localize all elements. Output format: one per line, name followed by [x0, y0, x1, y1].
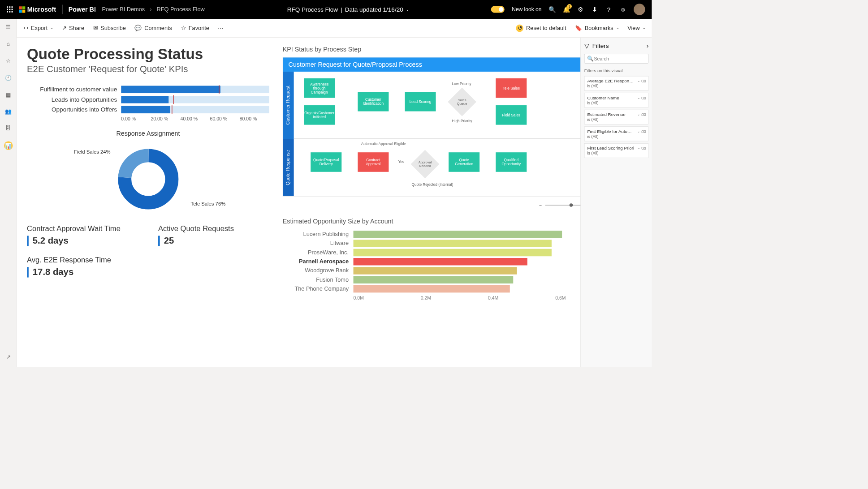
clear-filter-icon[interactable]: ⌫: [641, 96, 646, 100]
chevron-down-icon[interactable]: ⌄: [637, 113, 640, 116]
export-icon: ↦: [24, 25, 29, 32]
subscribe-button[interactable]: ✉Subscribe: [93, 25, 126, 32]
filters-header: ▽ Filters ›: [584, 43, 648, 50]
chevron-down-icon: ⌄: [643, 26, 645, 30]
flow-decision[interactable]: Approval Needed: [411, 150, 440, 179]
flow-edge-label: Automatic Approval Eligible: [361, 142, 406, 146]
zoom-out-button[interactable]: −: [539, 202, 542, 208]
filter-search[interactable]: 🔍: [584, 54, 648, 64]
bar-label: Parnell Aerospace: [283, 258, 354, 265]
chevron-down-icon: ⌄: [406, 8, 409, 11]
filter-value: is (All): [587, 134, 598, 139]
flow-node[interactable]: Lead Scoring: [405, 92, 436, 112]
zoom-slider[interactable]: [545, 205, 580, 206]
home-icon[interactable]: ⌂: [4, 40, 12, 48]
flow-decision[interactable]: Sales Queue: [448, 88, 476, 116]
left-nav: ☰ ⌂ ☆ 🕘 ▦ 👥 🗄 📊 ↗: [0, 19, 17, 367]
flow-node[interactable]: Awareness through Campaign: [304, 78, 335, 98]
clear-filter-icon[interactable]: ⌫: [641, 146, 646, 151]
comments-button[interactable]: 💬Comments: [134, 25, 172, 32]
bar-label: Fusion Tomo: [283, 276, 354, 283]
kpi-value: 5.2 days: [27, 236, 138, 246]
chevron-down-icon[interactable]: ⌄: [637, 146, 640, 150]
apps-icon[interactable]: ▦: [4, 91, 12, 99]
filter-section-title: Filters on this visual: [584, 68, 648, 73]
collapse-icon[interactable]: ›: [647, 43, 649, 50]
app-launcher-icon[interactable]: [7, 6, 13, 13]
help-icon[interactable]: ?: [605, 6, 612, 13]
share-button[interactable]: ↗Share: [62, 25, 85, 32]
product-label[interactable]: Power BI: [69, 6, 96, 13]
avatar[interactable]: [634, 4, 645, 15]
data-updated-label: Data updated 1/16/20: [345, 6, 403, 13]
more-button[interactable]: ⋯: [218, 25, 224, 32]
bar-label: Woodgrove Bank: [283, 267, 354, 274]
notification-badge: 1: [567, 4, 572, 9]
recent-icon[interactable]: 🕘: [4, 74, 12, 82]
notifications-icon[interactable]: 🔔1: [563, 6, 570, 13]
flow-node[interactable]: Field Sales: [496, 105, 527, 125]
expand-icon[interactable]: ↗: [4, 353, 12, 361]
download-icon[interactable]: ⬇: [592, 6, 598, 13]
clear-filter-icon[interactable]: ⌫: [641, 79, 646, 83]
bar: [354, 258, 527, 266]
current-report-icon[interactable]: 📊: [4, 141, 13, 150]
favorite-button[interactable]: ☆Favorite: [181, 25, 209, 32]
flow-node[interactable]: Tele Sales: [496, 78, 527, 98]
flow-edge-label: Quote Rejected (Internal): [411, 183, 453, 187]
clear-filter-icon[interactable]: ⌫: [641, 129, 646, 134]
visual-header: 📌 ▽ ⛶ ⋯: [283, 209, 581, 218]
filter-name: Average E2E Response T: [587, 78, 634, 83]
divider: |: [341, 6, 342, 13]
flow-edge-label: High Priority: [452, 119, 472, 123]
menu-icon[interactable]: ☰: [4, 24, 12, 31]
chevron-down-icon[interactable]: ⌄: [637, 79, 640, 82]
filter-card[interactable]: First Eligible for Automatis (All)⌄⌫: [584, 126, 648, 141]
filter-value: is (All): [587, 101, 598, 106]
filter-card[interactable]: Estimated Revenueis (All)⌄⌫: [584, 110, 648, 124]
swimlane: Awareness through Campaign Organic/Custo…: [294, 72, 581, 139]
new-look-toggle[interactable]: [491, 6, 505, 13]
flow-node[interactable]: Quote Generation: [449, 152, 479, 172]
filter-name: First Eligible for Automat: [587, 129, 634, 134]
zoom-controls: − + 77% ⊞ ⊕: [283, 201, 581, 209]
filter-name: Estimated Revenue: [587, 112, 634, 117]
x-axis: 0.00 %20.00 %40.00 %60.00 %80.00 %: [121, 116, 269, 121]
filter-card[interactable]: Average E2E Response Tis (All)⌄⌫: [584, 76, 648, 91]
search-icon[interactable]: 🔍: [549, 6, 556, 13]
chevron-down-icon: ⌄: [50, 26, 53, 30]
search-input[interactable]: [594, 56, 646, 61]
filter-name: Customer Name: [587, 95, 634, 100]
feedback-icon[interactable]: ☺: [620, 6, 626, 13]
chevron-down-icon[interactable]: ⌄: [637, 96, 640, 99]
settings-icon[interactable]: ⚙: [577, 6, 584, 13]
bar: [354, 249, 552, 257]
filters-title: Filters: [592, 43, 609, 50]
bar-label: Opportunities into Offers: [27, 106, 121, 113]
favorites-icon[interactable]: ☆: [4, 57, 12, 65]
workspaces-icon[interactable]: 🗄: [4, 124, 12, 132]
shared-icon[interactable]: 👥: [4, 107, 12, 115]
breadcrumb-item[interactable]: Power BI Demos: [102, 6, 145, 13]
process-flow-visual[interactable]: Customer Request for Quote/Proposal Proc…: [283, 57, 581, 197]
reset-button[interactable]: ↺Reset to default: [516, 24, 566, 32]
flow-node[interactable]: Organic/Customer Initiated: [304, 105, 335, 125]
chevron-down-icon[interactable]: ⌄: [637, 129, 640, 133]
flow-node[interactable]: Qualified Opportunity: [496, 152, 527, 172]
bookmarks-button[interactable]: 🔖Bookmarks⌄: [575, 24, 619, 32]
export-button[interactable]: ↦Export⌄: [24, 25, 53, 32]
filter-value: is (All): [587, 151, 598, 156]
breadcrumb-item[interactable]: RFQ Process Flow: [157, 6, 205, 13]
flow-node[interactable]: Contract Approval: [358, 152, 389, 172]
filter-card[interactable]: Customer Nameis (All)⌄⌫: [584, 93, 648, 107]
kpi-bullet-chart[interactable]: Fulfillment to customer value Leads into…: [27, 86, 269, 122]
page-title-dropdown[interactable]: RFQ Process Flow | Data updated 1/16/20 …: [287, 6, 409, 13]
kpi-card: Avg. E2E Response Time 17.8 days: [27, 256, 269, 359]
view-button[interactable]: View⌄: [627, 24, 645, 32]
flow-node[interactable]: Customer Identification: [358, 92, 389, 112]
filter-card[interactable]: First Lead Scoring Prioriis (All)⌄⌫: [584, 143, 648, 158]
opportunity-bar-chart[interactable]: Lucern PublishingLitwareProseWare, Inc.P…: [283, 231, 581, 300]
donut-chart[interactable]: Field Sales 24% Tele Sales 76%: [27, 140, 269, 218]
clear-filter-icon[interactable]: ⌫: [641, 113, 646, 117]
flow-node[interactable]: Quote/Proposal Delivery: [311, 152, 341, 172]
